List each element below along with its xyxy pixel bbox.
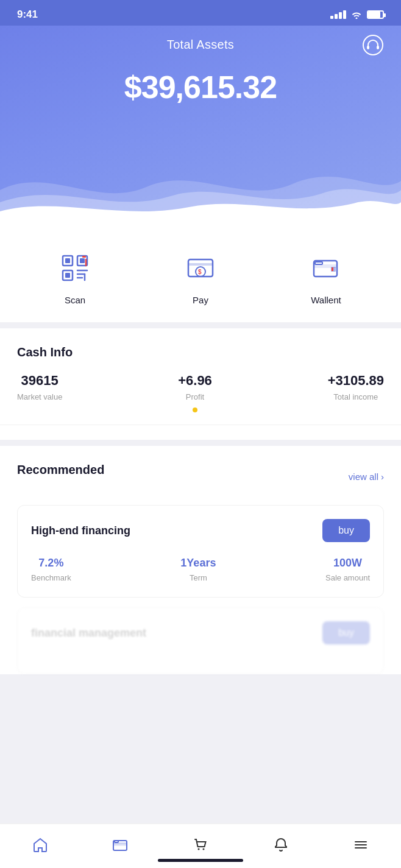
divider	[0, 425, 401, 425]
status-icons	[330, 10, 384, 19]
wave-decoration	[0, 153, 401, 227]
term-stat: 1Years Term	[180, 557, 216, 582]
sale-amount-label: Sale amount	[325, 573, 370, 582]
profit-dot	[193, 408, 197, 412]
svg-rect-1	[367, 46, 369, 49]
hero-section: Total Assets $39,615.32	[0, 26, 401, 227]
nav-shop[interactable]	[182, 834, 219, 856]
svg-text:$: $	[198, 269, 202, 275]
svg-rect-2	[377, 46, 379, 49]
svg-rect-23	[332, 267, 333, 271]
profit-stat: +6.96 Profit	[178, 373, 212, 412]
term-label: Term	[190, 573, 207, 582]
svg-point-0	[363, 35, 383, 55]
product-card-1: High-end financing buy 7.2% Benchmark 1Y…	[17, 505, 384, 598]
quick-actions: Scan $ Pay	[0, 227, 401, 322]
scan-label: Scan	[65, 295, 85, 305]
sale-amount-value: 100W	[333, 557, 362, 570]
scan-icon	[55, 249, 94, 288]
wallet-nav-icon	[112, 836, 129, 853]
product-1-name: High-end financing	[31, 524, 130, 537]
benchmark-label: Benchmark	[31, 573, 71, 582]
product-1-stats: 7.2% Benchmark 1Years Term 100W Sale amo…	[31, 557, 370, 582]
buy-button-2[interactable]: buy	[322, 621, 370, 644]
product-card-2: financial management buy	[17, 607, 384, 674]
home-indicator-area	[0, 854, 401, 868]
menu-icon	[352, 836, 369, 853]
svg-rect-21	[315, 262, 322, 264]
svg-point-28	[197, 849, 199, 850]
hero-header: Total Assets	[17, 38, 384, 52]
cash-info-section: Cash Info 39615 Market value +6.96 Profi…	[0, 328, 401, 440]
nav-notifications[interactable]	[263, 834, 299, 856]
home-icon	[32, 836, 49, 853]
shop-icon	[192, 836, 209, 853]
recommended-title: Recommended	[17, 463, 104, 477]
svg-rect-6	[80, 258, 85, 263]
market-value-stat: 39615 Market value	[17, 373, 62, 412]
term-value: 1Years	[180, 557, 216, 570]
wallet-icon	[307, 249, 346, 288]
svg-rect-13	[82, 256, 86, 258]
market-value-label: Market value	[17, 392, 62, 401]
chevron-right-icon: ›	[381, 471, 384, 482]
home-bar	[158, 859, 243, 862]
recommended-section: Recommended view all › High-end financin…	[0, 446, 401, 674]
nav-home[interactable]	[22, 834, 59, 856]
market-value: 39615	[21, 373, 59, 389]
svg-rect-27	[115, 841, 118, 842]
support-icon[interactable]	[362, 34, 384, 56]
total-income-stat: +3105.89 Total income	[328, 373, 384, 412]
profit-value: +6.96	[178, 373, 212, 389]
svg-rect-16	[188, 263, 213, 266]
action-wallet[interactable]: Wallent	[307, 249, 346, 305]
total-assets-amount: $39,615.32	[17, 69, 384, 105]
bell-icon	[272, 836, 289, 853]
action-scan[interactable]: Scan	[55, 249, 94, 305]
total-income-label: Total income	[333, 392, 378, 401]
hero-title: Total Assets	[167, 38, 234, 52]
recommended-header: Recommended view all ›	[17, 463, 384, 490]
battery-icon	[367, 10, 384, 19]
product-2-name: financial management	[31, 627, 146, 640]
svg-rect-4	[65, 258, 70, 263]
cash-stats: 39615 Market value +6.96 Profit +3105.89…	[17, 373, 384, 412]
total-income-value: +3105.89	[328, 373, 384, 389]
signal-icon	[330, 10, 346, 19]
nav-wallet[interactable]	[102, 834, 138, 856]
wifi-icon	[351, 10, 362, 19]
svg-rect-8	[65, 273, 70, 278]
benchmark-value: 7.2%	[38, 557, 63, 570]
profit-label: Profit	[186, 392, 204, 401]
benchmark-stat: 7.2% Benchmark	[31, 557, 71, 582]
product-card-1-header: High-end financing buy	[31, 519, 370, 542]
status-bar: 9:41	[0, 0, 401, 26]
sale-amount-stat: 100W Sale amount	[325, 557, 370, 582]
status-time: 9:41	[17, 9, 38, 21]
wallet-label: Wallent	[311, 295, 341, 305]
view-all-link[interactable]: view all ›	[349, 471, 384, 482]
nav-menu[interactable]	[342, 834, 379, 856]
pay-label: Pay	[193, 295, 208, 305]
product-card-2-header: financial management buy	[31, 621, 370, 644]
svg-point-29	[202, 849, 204, 850]
cash-info-title: Cash Info	[17, 345, 384, 359]
pay-icon: $	[181, 249, 220, 288]
action-pay[interactable]: $ Pay	[181, 249, 220, 305]
buy-button-1[interactable]: buy	[322, 519, 370, 542]
